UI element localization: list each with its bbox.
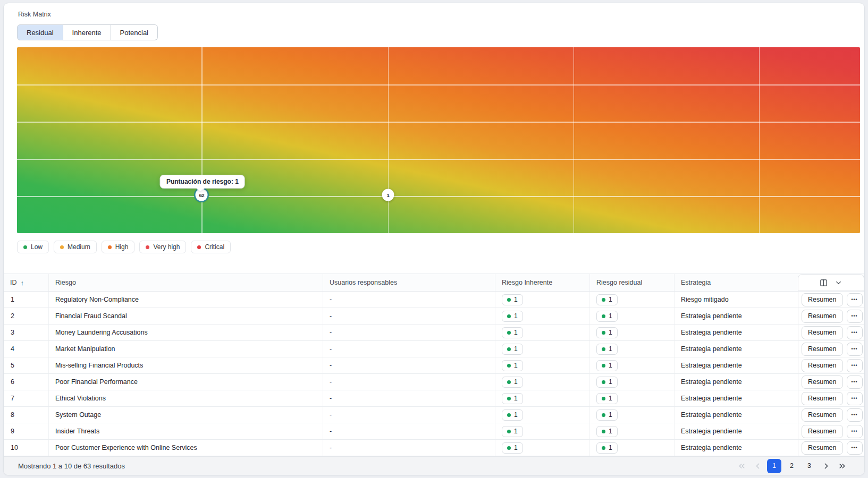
row-menu-button[interactable]: ••• [847,425,863,438]
green-dot-icon [507,364,511,368]
table-footer: Mostrando 1 a 10 de 63 resultados 123 [4,456,864,475]
column-header-id[interactable]: ID ↑ [4,274,48,291]
risk-score-badge: 1 [502,294,523,305]
green-dot-icon [602,298,605,302]
risks-table: ID ↑ Riesgo Usuarios responsables Riesgo… [4,274,864,456]
legend-item-critical[interactable]: Critical [191,241,231,253]
cell-riesgo-inherente: 1 [495,308,589,324]
cell-id: 6 [4,374,48,390]
resumen-button[interactable]: Resumen [802,343,843,356]
row-menu-button[interactable]: ••• [847,408,863,422]
first-page-button[interactable] [735,459,748,473]
last-page-icon [838,462,847,471]
risk-score-badge: 1 [596,442,618,454]
table-actions-header [798,274,864,291]
tab-residual[interactable]: Residual [17,24,63,40]
resumen-button[interactable]: Resumen [802,293,843,306]
row-menu-button[interactable]: ••• [847,441,863,455]
last-page-button[interactable] [836,459,848,473]
cell-riesgo: Poor Customer Experience with Online Ser… [48,440,323,456]
resumen-button[interactable]: Resumen [802,310,843,323]
column-header-inherente[interactable]: Riesgo Inherente [495,274,589,291]
resumen-button[interactable]: Resumen [802,392,843,405]
columns-icon[interactable] [820,279,828,287]
risk-score-badge: 1 [502,442,523,454]
page-3-button[interactable]: 3 [802,459,816,473]
cell-actions: Resumen••• [798,407,864,423]
column-header-riesgo[interactable]: Riesgo [48,274,323,291]
cell-riesgo-residual: 1 [589,357,674,373]
cell-riesgo-inherente: 1 [495,440,589,456]
cell-usuarios: - [323,308,495,324]
row-menu-button[interactable]: ••• [847,375,863,389]
row-menu-button[interactable]: ••• [847,293,863,306]
results-summary: Mostrando 1 a 10 de 63 resultados [18,462,125,470]
risk-score-badge: 1 [596,344,618,355]
legend-label: Medium [68,243,90,251]
cell-riesgo-residual: 1 [589,292,674,308]
tab-inherente[interactable]: Inherente [63,24,111,40]
tab-potencial[interactable]: Potencial [111,24,158,40]
page-1-button[interactable]: 1 [767,459,781,473]
cell-riesgo-residual: 1 [589,325,674,340]
risk-score-badge: 1 [502,311,523,322]
chevron-down-icon[interactable] [835,279,842,287]
green-dot-icon [602,446,605,450]
next-page-button[interactable] [820,459,832,473]
green-dot-icon [602,314,605,318]
column-header-residual[interactable]: Riesgo residual [589,274,674,291]
resumen-button[interactable]: Resumen [802,375,843,389]
row-menu-button[interactable]: ••• [847,343,863,356]
legend-dot-icon [23,245,27,249]
resumen-button[interactable]: Resumen [802,425,843,438]
cell-riesgo-residual: 1 [589,423,674,439]
matrix-gridline-vertical [759,47,760,233]
risk-score-badge: 1 [502,393,523,404]
cell-riesgo: System Outage [48,407,323,423]
resumen-button[interactable]: Resumen [802,359,843,372]
risk-score-badge: 1 [596,294,618,305]
row-menu-button[interactable]: ••• [847,326,863,339]
previous-page-button[interactable] [751,459,764,473]
green-dot-icon [602,331,605,335]
legend-item-medium[interactable]: Medium [54,241,97,253]
cell-id: 2 [4,308,48,324]
legend-item-low[interactable]: Low [17,241,49,253]
row-menu-button[interactable]: ••• [847,310,863,323]
legend-item-high[interactable]: High [102,241,135,253]
cell-usuarios: - [323,423,495,439]
cell-riesgo-inherente: 1 [495,407,589,423]
row-menu-button[interactable]: ••• [847,392,863,405]
risk-matrix-heatmap: 621 Puntuación de riesgo: 1 [17,47,860,233]
cell-riesgo: Market Manipulation [48,341,323,357]
legend-item-very-high[interactable]: Very high [139,241,186,253]
row-menu-button[interactable]: ••• [847,359,863,372]
matrix-marker-1[interactable]: 1 [382,189,394,201]
legend-label: Very high [153,243,180,251]
resumen-button[interactable]: Resumen [802,408,843,422]
resumen-button[interactable]: Resumen [802,326,843,339]
cell-estrategia: Estrategia pendiente [674,325,798,340]
cell-riesgo: Insider Threats [48,423,323,439]
green-dot-icon [507,298,511,302]
risk-score-badge: 1 [596,327,618,338]
sort-ascending-icon[interactable]: ↑ [21,279,24,287]
column-header-usuarios[interactable]: Usuarios responsables [323,274,495,291]
green-dot-icon [602,413,605,417]
resumen-button[interactable]: Resumen [802,441,843,455]
page-2-button[interactable]: 2 [785,459,799,473]
next-page-icon [822,462,831,471]
legend-dot-icon [60,245,64,249]
green-dot-icon [507,397,511,400]
risk-level-legend: LowMediumHighVery highCritical [17,241,864,253]
green-dot-icon [507,331,511,335]
cell-usuarios: - [323,292,495,308]
matrix-gridline-horizontal [17,196,860,197]
risk-score-badge: 1 [596,393,618,404]
column-header-estrategia[interactable]: Estrategia [674,274,798,291]
cell-id: 5 [4,357,48,373]
risk-score-badge: 1 [502,344,523,355]
cell-riesgo-residual: 1 [589,440,674,456]
table-row: 4Market Manipulation-11Estrategia pendie… [4,341,864,357]
green-dot-icon [602,380,605,384]
